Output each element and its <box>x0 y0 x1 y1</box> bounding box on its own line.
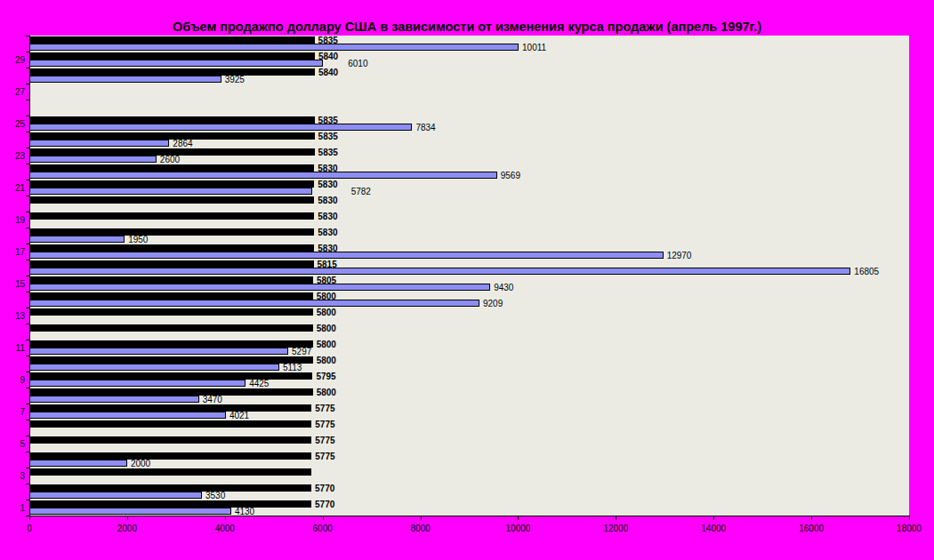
volume-bar <box>29 396 199 403</box>
x-axis-tick <box>29 516 30 520</box>
y-axis-tick <box>26 260 29 260</box>
chart-canvas: Объем продажпо доллару США в зависимости… <box>0 0 934 560</box>
rate-bar <box>29 260 314 268</box>
rate-bar <box>29 372 312 380</box>
volume-value-label: 1950 <box>128 236 148 244</box>
y-axis-tick <box>26 84 29 84</box>
y-axis-tick <box>26 116 29 116</box>
rate-value-label: 5800 <box>317 389 336 396</box>
y-axis-tick <box>26 212 29 212</box>
y-tick-label: 15 <box>4 279 25 289</box>
x-axis-tick <box>127 516 128 520</box>
volume-bar <box>29 172 497 179</box>
volume-bar <box>29 492 202 499</box>
y-tick-label: 5 <box>4 439 25 449</box>
y-axis-tick <box>26 244 29 244</box>
volume-value-label: 4425 <box>249 380 269 388</box>
chart-title: Объем продажпо доллару США в зависимости… <box>0 20 934 34</box>
y-axis-line <box>29 36 30 516</box>
volume-bar <box>29 60 323 67</box>
x-tick-label: 6000 <box>313 524 333 533</box>
rate-bar <box>29 340 313 348</box>
y-axis-tick <box>26 228 29 228</box>
y-tick-label: 23 <box>4 151 25 161</box>
y-axis-tick <box>26 36 29 36</box>
volume-bar <box>29 140 169 147</box>
volume-value-label: 9430 <box>494 284 513 292</box>
y-axis-tick <box>26 164 29 164</box>
rate-bar <box>29 244 314 252</box>
rate-bar <box>29 116 315 124</box>
rate-value-label: 5840 <box>318 69 338 76</box>
volume-value-label: 3925 <box>225 76 245 84</box>
rate-value-label: 5775 <box>315 437 334 444</box>
x-tick-label: 14000 <box>701 524 726 533</box>
volume-bar <box>29 268 850 275</box>
volume-bar <box>29 44 519 51</box>
volume-bar <box>29 380 246 387</box>
x-tick-label: 12000 <box>603 524 628 533</box>
y-axis-tick <box>26 148 29 148</box>
rate-bar <box>29 452 311 460</box>
rate-bar <box>29 420 311 428</box>
y-axis-tick <box>26 436 29 436</box>
volume-value-label: 10011 <box>522 44 546 52</box>
volume-bar <box>29 508 231 515</box>
y-axis-tick <box>26 372 29 372</box>
rate-value-label: 5800 <box>317 309 336 316</box>
x-axis-tick <box>713 516 714 520</box>
volume-value-label: 12970 <box>667 252 692 260</box>
rate-bar <box>29 324 313 332</box>
volume-value-label: 4021 <box>229 412 249 420</box>
y-tick-label: 1 <box>4 503 25 513</box>
rate-bar <box>29 212 314 220</box>
y-axis-tick <box>26 68 29 68</box>
x-axis-tick <box>225 516 226 520</box>
y-tick-label: 3 <box>4 471 25 481</box>
rate-bar <box>29 36 315 44</box>
rate-value-label: 5775 <box>315 421 334 428</box>
rate-bar <box>29 196 314 204</box>
rate-bar <box>29 228 314 236</box>
volume-value-label: 5782 <box>351 188 371 196</box>
rate-bar <box>29 276 313 284</box>
rate-value-label: 5795 <box>316 373 335 380</box>
y-tick-label: 25 <box>4 119 25 129</box>
volume-bar <box>29 284 490 291</box>
volume-bar <box>29 364 279 371</box>
y-tick-label: 7 <box>4 407 25 417</box>
y-axis-tick <box>26 404 29 404</box>
volume-bar <box>29 252 664 259</box>
rate-value-label: 5835 <box>318 149 338 156</box>
y-tick-label: 11 <box>4 343 25 353</box>
y-axis-tick <box>26 452 29 452</box>
volume-value-label: 16805 <box>854 268 879 276</box>
rate-bar <box>29 308 313 316</box>
rate-bar <box>29 292 313 300</box>
x-axis-tick <box>616 516 616 520</box>
rate-value-label: 5835 <box>318 133 338 140</box>
rate-bar <box>29 436 311 444</box>
y-tick-label: 9 <box>4 375 25 385</box>
x-tick-label: 18000 <box>897 524 922 533</box>
x-axis-line <box>29 516 909 516</box>
y-axis-tick <box>26 52 29 52</box>
x-axis-tick <box>323 516 324 520</box>
rate-value-label: 5830 <box>318 197 337 204</box>
rate-bar <box>29 180 314 188</box>
rate-value-label: 5800 <box>317 325 336 332</box>
y-axis-tick <box>26 132 29 132</box>
volume-bar <box>29 300 479 307</box>
volume-bar <box>29 236 125 243</box>
x-axis-tick <box>909 516 910 520</box>
y-axis-tick <box>26 292 29 292</box>
volume-value-label: 2600 <box>160 156 180 164</box>
y-axis-tick <box>26 388 29 388</box>
rate-bar <box>29 164 314 172</box>
volume-value-label: 5113 <box>283 364 302 372</box>
rate-bar <box>29 404 311 412</box>
volume-bar <box>29 188 312 195</box>
volume-value-label: 4130 <box>235 508 254 516</box>
volume-bar <box>29 412 226 419</box>
y-tick-label: 19 <box>4 215 25 225</box>
